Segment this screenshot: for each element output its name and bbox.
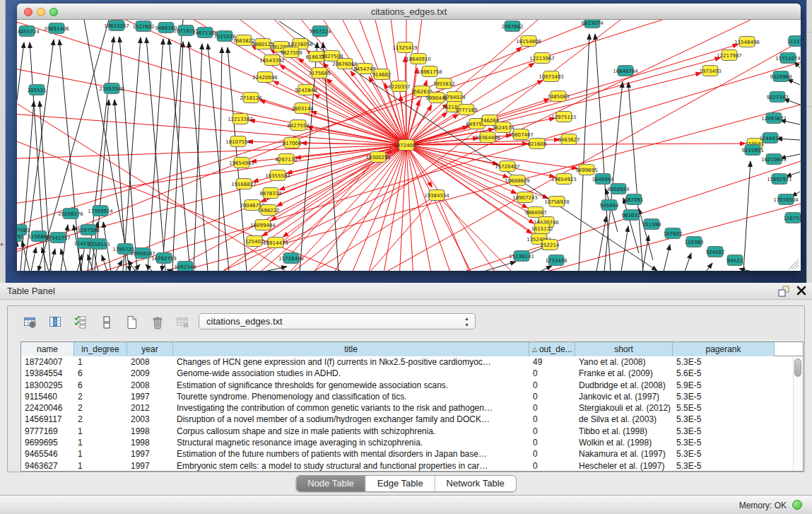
graph-node[interactable]: 1973493 — [699, 66, 721, 76]
graph-node[interactable]: 9242848 — [295, 85, 317, 95]
graph-node[interactable]: 1733426 — [545, 255, 567, 266]
new-column-icon[interactable] — [122, 313, 143, 332]
graph-node[interactable]: 1498222 — [257, 205, 279, 216]
table-row[interactable]: 977716911998Corpus callosum shape and si… — [21, 426, 803, 437]
graph-node[interactable]: 22420046 — [252, 72, 278, 83]
graph-node[interactable]: 151598 — [642, 219, 661, 230]
graph-node[interactable]: 8220357 — [388, 81, 410, 92]
delete-column-icon[interactable] — [147, 313, 168, 332]
graph-node[interactable]: 19654923 — [551, 174, 577, 185]
graph-node[interactable]: 9227343 — [766, 92, 788, 103]
graph-node[interactable]: 94521 — [727, 255, 743, 266]
graph-node[interactable]: 9777169 — [455, 105, 477, 115]
panel-collapse-arrow-icon[interactable]: ▸ — [1, 240, 4, 247]
graph-node[interactable]: 9329966 — [770, 71, 792, 82]
graph-node[interactable]: 7515526 — [213, 31, 236, 42]
graph-node[interactable]: 116753 — [784, 213, 801, 223]
graph-node[interactable]: 8813074 — [581, 20, 604, 28]
graph-node[interactable]: 10756928 — [544, 197, 570, 207]
graph-node[interactable]: 1244413 — [759, 133, 781, 144]
graph-node[interactable]: 19384554 — [424, 190, 449, 201]
table-scrollbar-thumb[interactable] — [794, 358, 801, 377]
graph-node[interactable]: 16961758 — [417, 66, 442, 77]
graph-node[interactable]: 252214 — [541, 240, 560, 250]
tab-node-table[interactable]: Node Table — [296, 476, 365, 491]
graph-node[interactable]: 2718126 — [240, 93, 262, 103]
table-row[interactable]: 911546021997Tourette syndrome. Phenomeno… — [21, 391, 803, 402]
graph-node[interactable]: 107602 — [664, 228, 683, 239]
graph-node[interactable]: 16154808 — [516, 36, 541, 47]
graph-node[interactable]: 11325419 — [392, 42, 418, 53]
table-row[interactable]: 1456911722003Disruption of a novel membe… — [21, 414, 803, 425]
graph-node[interactable]: 2803144 — [291, 103, 314, 114]
table-row[interactable]: 946362711997Embryonic stem cells: a mode… — [21, 460, 803, 472]
column-header-name[interactable]: name — [21, 342, 74, 356]
graph-node[interactable]: 7957224 — [309, 26, 331, 37]
graph-node[interactable]: 924502 — [706, 247, 725, 257]
graph-node[interactable]: 18640910 — [406, 54, 431, 64]
graph-node[interactable]: 821608 — [528, 139, 547, 149]
graph-node[interactable]: 1615132 — [531, 223, 553, 234]
memory-status-icon[interactable] — [792, 500, 802, 510]
column-header-out_degree[interactable]: △out_de... — [529, 342, 575, 356]
table-settings-icon[interactable] — [20, 313, 41, 332]
column-header-pagerank[interactable]: pagerank — [673, 342, 775, 356]
graph-node[interactable]: 1350515 — [88, 239, 110, 250]
column-header-short[interactable]: short — [575, 342, 673, 356]
graph-node[interactable]: 20206576 — [58, 209, 83, 219]
graph-node[interactable]: 9215955 — [741, 145, 763, 156]
graph-node[interactable]: 16355584 — [265, 170, 290, 181]
graph-node[interactable]: 16914479 — [263, 238, 288, 248]
graph-node[interactable]: 10653267 — [104, 21, 129, 31]
graph-node[interactable]: 18107554 — [225, 136, 251, 147]
network-graph[interactable]: 1872400776638229860125891295418226058982… — [17, 20, 801, 271]
graph-node[interactable]: 21053346 — [99, 83, 124, 94]
network-window-titlebar[interactable]: citations_edges.txt — [17, 4, 801, 20]
table-row[interactable]: 2242004622012Investigating the contribut… — [21, 402, 803, 414]
graph-node[interactable]: 15720407 — [495, 161, 520, 172]
graph-node[interactable]: 2087662 — [501, 21, 523, 32]
graph-node[interactable]: 3175685 — [308, 68, 330, 78]
graph-node[interactable]: 9884067 — [524, 207, 546, 218]
graph-node[interactable]: 945944 — [600, 200, 619, 211]
float-panel-icon[interactable] — [777, 286, 790, 297]
graph-node[interactable]: 6794024 — [443, 92, 466, 103]
column-header-in_degree[interactable]: in_degree — [74, 342, 127, 356]
network-canvas[interactable]: 1872400776638229860125891295418226058982… — [17, 20, 801, 271]
graph-node[interactable]: 14055724 — [17, 26, 40, 37]
graph-node[interactable]: 9699695 — [575, 165, 597, 175]
graph-node[interactable]: 9297588 — [77, 225, 99, 235]
tab-edge-table[interactable]: Edge Table — [365, 476, 435, 491]
tab-network-table[interactable]: Network Table — [435, 476, 516, 491]
table-row[interactable]: 1938455462009Genome-wide association stu… — [21, 368, 803, 379]
table-row[interactable]: 946554611997Estimation of the future num… — [21, 448, 803, 460]
graph-node[interactable]: 1492344 — [174, 262, 196, 271]
graph-node[interactable]: 205531 — [28, 85, 47, 95]
graph-node[interactable]: 8427552 — [287, 120, 309, 131]
graph-node[interactable]: 8267130 — [275, 154, 297, 165]
graph-node[interactable]: 10807487 — [508, 129, 534, 140]
graph-node[interactable]: 9827509 — [280, 47, 302, 58]
graph-node[interactable]: 983031 — [622, 210, 641, 221]
graph-node[interactable]: 687091 — [625, 194, 644, 205]
graph-node[interactable]: 15751074 — [775, 53, 801, 64]
graph-node[interactable]: 16648784 — [613, 66, 638, 76]
column-header-title[interactable]: title — [173, 342, 529, 356]
graph-node[interactable]: 914682 — [372, 69, 392, 80]
graph-node[interactable]: 8958924 — [607, 184, 630, 194]
close-panel-icon[interactable] — [796, 285, 807, 296]
graph-node[interactable]: 125402 — [245, 236, 264, 247]
table-row[interactable]: 1872400712008Changes of HCN gene express… — [21, 356, 803, 368]
graph-node[interactable]: 15136141 — [509, 251, 534, 262]
graph-node[interactable]: 15692971 — [767, 174, 792, 185]
table-row[interactable]: 969969511998Structural magnetic resonanc… — [21, 437, 803, 448]
graph-node[interactable]: 1527602 — [132, 21, 154, 32]
graph-node[interactable]: 12213383 — [228, 114, 253, 124]
graph-node[interactable]: 12213967 — [529, 53, 555, 64]
network-window[interactable]: citations_edges.txt 18724007766382298601… — [17, 4, 801, 271]
show-columns-icon[interactable] — [45, 313, 66, 332]
select-rows-icon[interactable] — [71, 313, 92, 332]
graph-node[interactable]: 7955812 — [433, 78, 454, 89]
graph-node[interactable]: 19166827 — [231, 179, 257, 189]
column-header-year[interactable]: year — [127, 342, 173, 356]
